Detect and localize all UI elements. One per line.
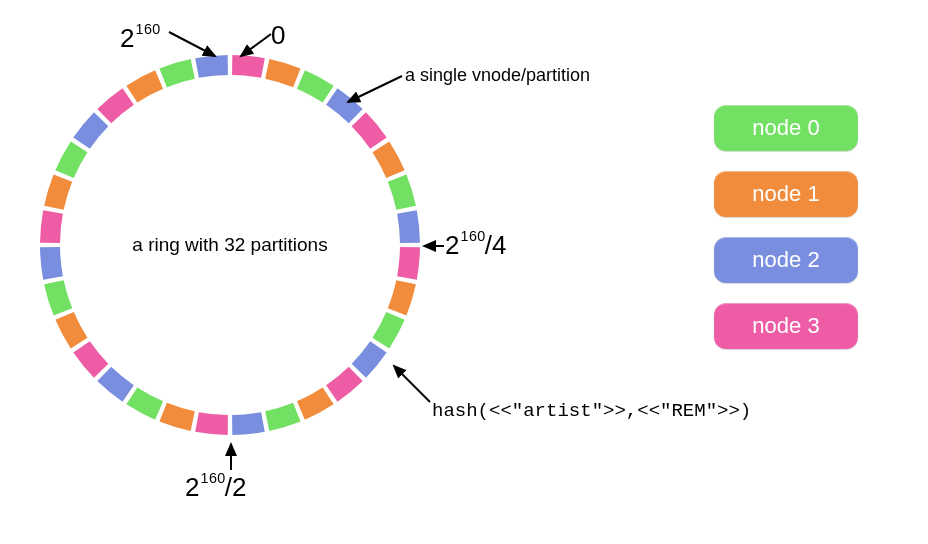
ring-segment bbox=[232, 412, 265, 435]
ring-center-label: a ring with 32 partitions bbox=[132, 234, 327, 256]
ring-segment bbox=[73, 341, 108, 378]
ring-segment bbox=[55, 141, 87, 178]
ring-segment bbox=[44, 280, 72, 315]
ring-segment bbox=[73, 112, 108, 149]
ring-segment bbox=[55, 312, 87, 349]
ring-segment bbox=[195, 412, 228, 435]
ring-segment bbox=[372, 141, 404, 178]
node-legend: node 0 node 1 node 2 node 3 bbox=[714, 105, 858, 369]
hash-ring: a ring with 32 partitions bbox=[40, 55, 420, 435]
ring-segment bbox=[40, 210, 63, 243]
ring-segment bbox=[297, 387, 334, 419]
label-hash-callout: hash(<<"artist">>,<<"REM">>) bbox=[432, 400, 751, 422]
ring-segment bbox=[352, 112, 387, 149]
ring-segment bbox=[126, 70, 163, 102]
ring-segment bbox=[159, 403, 194, 431]
ring-segment bbox=[97, 88, 134, 123]
ring-segment bbox=[388, 174, 416, 209]
svg-line-1 bbox=[241, 34, 271, 56]
legend-node-0: node 0 bbox=[714, 105, 858, 151]
label-2-160: 2160 bbox=[120, 23, 160, 54]
arrow-half bbox=[222, 440, 242, 474]
ring-segment bbox=[397, 247, 420, 280]
label-vnode-callout: a single vnode/partition bbox=[405, 65, 590, 86]
svg-line-0 bbox=[169, 32, 215, 56]
arrow-hash bbox=[388, 360, 438, 410]
arrow-quarter bbox=[420, 237, 448, 257]
ring-segment bbox=[397, 210, 420, 243]
arrow-2-160 bbox=[165, 28, 225, 68]
ring-segment bbox=[372, 312, 404, 349]
label-2-160-over-4: 2160/4 bbox=[445, 230, 507, 261]
legend-node-2: node 2 bbox=[714, 237, 858, 283]
legend-node-1: node 1 bbox=[714, 171, 858, 217]
legend-node-3: node 3 bbox=[714, 303, 858, 349]
ring-segment bbox=[297, 70, 334, 102]
svg-line-2 bbox=[348, 76, 402, 102]
ring-segment bbox=[97, 367, 134, 402]
arrow-vnode bbox=[340, 72, 410, 112]
ring-segment bbox=[40, 247, 63, 280]
label-2-160-over-2: 2160/2 bbox=[185, 472, 247, 503]
hash-ring-container: a ring with 32 partitions bbox=[40, 55, 420, 435]
ring-segment bbox=[326, 367, 363, 402]
ring-segment bbox=[44, 174, 72, 209]
ring-segment bbox=[265, 403, 300, 431]
ring-segment bbox=[388, 280, 416, 315]
ring-segment bbox=[126, 387, 163, 419]
svg-line-4 bbox=[394, 366, 430, 402]
ring-segment bbox=[352, 341, 387, 378]
arrow-zero bbox=[235, 30, 275, 64]
